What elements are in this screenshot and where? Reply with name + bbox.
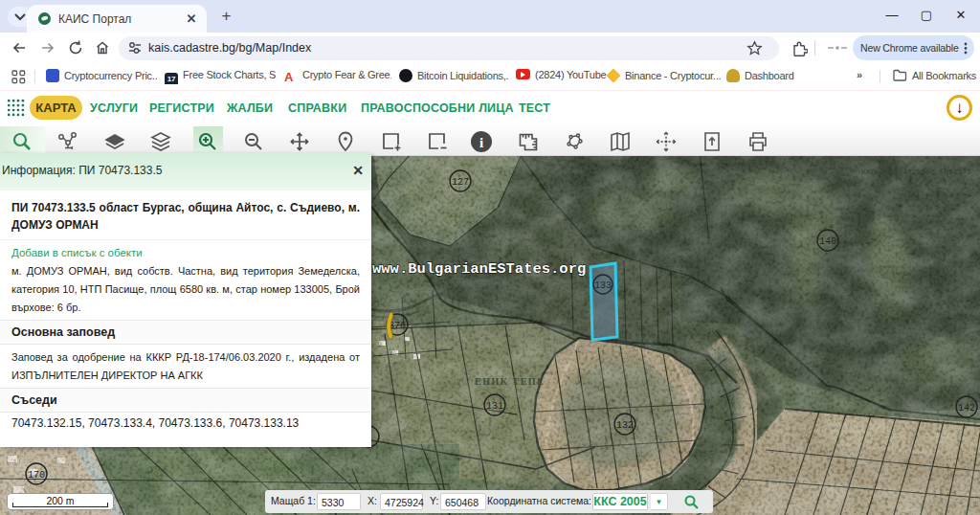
svg-text:127: 127 <box>452 177 469 188</box>
svg-text:www.BulgarianESTates.org: www.BulgarianESTates.org <box>372 260 586 278</box>
svg-text:ККС 2005 4725806, 651375: ККС 2005 4725806, 651375 <box>861 168 971 176</box>
svg-text:140: 140 <box>819 236 836 247</box>
svg-text:170: 170 <box>28 470 45 481</box>
svg-text:132: 132 <box>616 420 634 431</box>
svg-text:ЕНИК ТЕПЕ: ЕНИК ТЕПЕ <box>475 376 545 387</box>
svg-text:142: 142 <box>958 403 975 414</box>
svg-text:i: i <box>479 135 483 150</box>
svg-text:131: 131 <box>486 401 503 412</box>
svg-text:133: 133 <box>594 280 612 291</box>
